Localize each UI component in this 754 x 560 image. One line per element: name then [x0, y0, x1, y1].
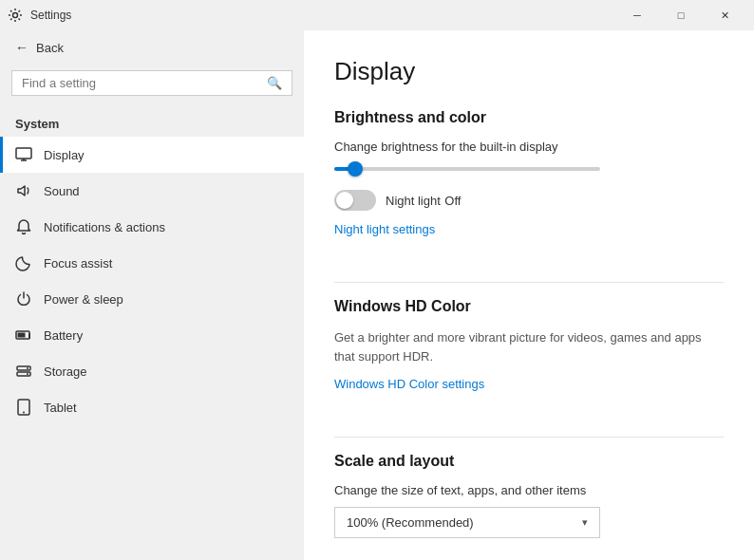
svg-point-9 — [23, 412, 25, 414]
minimize-button[interactable]: ─ — [615, 0, 659, 30]
settings-icon — [8, 8, 23, 23]
brightness-heading: Brightness and color — [334, 109, 724, 126]
monitor-icon — [15, 146, 32, 163]
back-label: Back — [36, 41, 64, 55]
svg-point-6 — [27, 367, 28, 369]
scale-size-label: Change the size of text, apps, and other… — [334, 483, 724, 497]
night-light-label: Night light — [386, 194, 441, 208]
content-area: Display Brightness and color Change brig… — [304, 30, 754, 560]
scale-dropdown[interactable]: 100% (Recommended) ▾ — [334, 507, 600, 538]
back-arrow-icon: ← — [15, 40, 28, 55]
svg-point-0 — [13, 13, 18, 18]
brightness-slider[interactable] — [334, 163, 724, 175]
sidebar-item-storage-label: Storage — [44, 364, 87, 379]
svg-rect-3 — [18, 333, 26, 338]
sidebar-item-focus[interactable]: Focus assist — [0, 245, 304, 281]
search-box: 🔍 — [11, 70, 292, 96]
sidebar-item-focus-label: Focus assist — [44, 256, 112, 271]
sidebar-item-tablet[interactable]: Tablet — [0, 389, 304, 425]
svg-point-7 — [27, 373, 28, 375]
close-button[interactable]: ✕ — [703, 0, 746, 30]
sidebar-item-notifications[interactable]: Notifications & actions — [0, 209, 304, 245]
sidebar-item-battery[interactable]: Battery — [0, 317, 304, 353]
brightness-label: Change brightness for the built-in displ… — [334, 140, 724, 154]
night-light-row: Night light Off — [334, 190, 724, 211]
sidebar-item-sound[interactable]: Sound — [0, 173, 304, 209]
sidebar-item-power-label: Power & sleep — [44, 292, 123, 307]
search-icon: 🔍 — [267, 76, 282, 90]
slider-thumb[interactable] — [348, 161, 363, 177]
slider-track — [334, 167, 600, 171]
sidebar: ← Back 🔍 System Display — [0, 30, 304, 560]
tablet-icon — [15, 399, 32, 416]
scale-heading: Scale and layout — [334, 453, 724, 470]
page-title: Display — [334, 57, 724, 86]
sidebar-section-label: System — [0, 111, 304, 137]
hd-color-settings-link[interactable]: Windows HD Color settings — [334, 377, 484, 391]
sidebar-item-storage[interactable]: Storage — [0, 353, 304, 389]
svg-rect-1 — [16, 148, 31, 159]
sidebar-item-sound-label: Sound — [44, 184, 80, 198]
toggle-knob — [336, 192, 353, 209]
hd-color-description: Get a brighter and more vibrant picture … — [334, 328, 724, 365]
hd-color-section: Windows HD Color Get a brighter and more… — [334, 298, 724, 410]
hd-color-heading: Windows HD Color — [334, 298, 724, 315]
maximize-button[interactable]: □ — [659, 0, 703, 30]
moon-icon — [15, 254, 32, 271]
sidebar-item-display[interactable]: Display — [0, 137, 304, 173]
app-container: ← Back 🔍 System Display — [0, 30, 754, 560]
divider-1 — [334, 282, 724, 283]
battery-icon — [15, 327, 32, 344]
night-light-settings-link[interactable]: Night light settings — [334, 222, 435, 236]
chevron-down-icon: ▾ — [582, 516, 588, 529]
power-icon — [15, 290, 32, 308]
title-bar-text: Settings — [30, 9, 615, 22]
sidebar-item-power[interactable]: Power & sleep — [0, 281, 304, 317]
sidebar-item-display-label: Display — [44, 148, 85, 162]
back-button[interactable]: ← Back — [0, 30, 304, 65]
scale-dropdown-value: 100% (Recommended) — [347, 515, 474, 530]
title-bar: Settings ─ □ ✕ — [0, 0, 754, 30]
window-controls: ─ □ ✕ — [615, 0, 746, 30]
sidebar-item-tablet-label: Tablet — [44, 401, 77, 415]
sidebar-item-notifications-label: Notifications & actions — [44, 220, 165, 234]
storage-icon — [15, 363, 32, 380]
search-input[interactable] — [22, 76, 267, 90]
night-light-toggle[interactable] — [334, 190, 376, 211]
divider-2 — [334, 437, 724, 438]
scale-section: Scale and layout Change the size of text… — [334, 453, 724, 538]
speaker-icon — [15, 182, 32, 199]
night-light-status: Off — [444, 194, 461, 208]
bell-icon — [15, 218, 32, 235]
brightness-section: Brightness and color Change brightness f… — [334, 109, 724, 255]
sidebar-item-battery-label: Battery — [44, 328, 83, 343]
